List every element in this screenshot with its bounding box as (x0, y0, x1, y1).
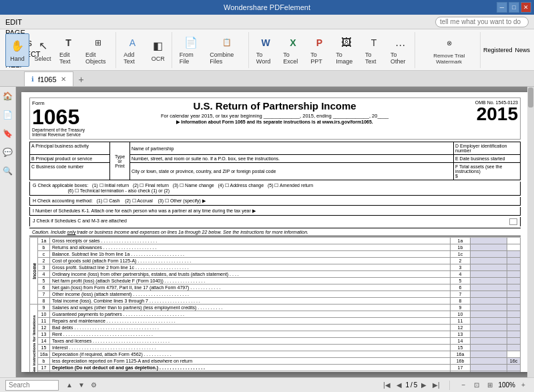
tab-f1065[interactable]: ℹ f1065 ✕ (24, 71, 73, 86)
line-6-ref: 6 (451, 284, 471, 291)
line-17-input[interactable] (507, 365, 521, 371)
to-other-button[interactable]: … To Other (387, 33, 413, 67)
tab-close-button[interactable]: ✕ (61, 75, 66, 83)
close-button[interactable]: ✕ (521, 2, 531, 13)
minimize-button[interactable]: ─ (497, 2, 507, 13)
line-1a-num: 1a (38, 238, 50, 244)
line-7-input[interactable] (507, 291, 521, 298)
J-label: J Check if Schedules C and M-3 are attac… (33, 218, 127, 225)
line-18-input[interactable] (507, 371, 521, 373)
line-10-num: 10 (38, 311, 50, 318)
check-J: J Check if Schedules C and M-3 are attac… (29, 217, 521, 226)
maximize-button[interactable]: □ (509, 2, 519, 13)
to-ppt-button[interactable]: P To PPT (307, 33, 331, 67)
line-14-ref: 14 (451, 338, 471, 345)
line-8-label: Total income (loss). Combine lines 3 thr… (50, 298, 451, 305)
select-icon: ↖ (35, 38, 51, 54)
hand-tool-button[interactable]: ✋ Hand (5, 33, 29, 67)
menu-search-input[interactable] (435, 17, 529, 27)
line-1a-input[interactable] (471, 238, 507, 244)
field-number-street: Number, street, and room or suite no. If… (130, 155, 454, 163)
line-4-input[interactable] (507, 271, 521, 278)
line-16a-input[interactable] (471, 351, 507, 358)
line-1c-input[interactable] (507, 251, 521, 258)
check-I: I Number of Schedules K-1. Attach one fo… (29, 207, 521, 216)
type-or-print: TypeorPrint (110, 142, 130, 180)
last-page-button[interactable]: ▶| (431, 380, 441, 391)
window-controls: ─ □ ✕ (497, 2, 531, 13)
tab-bar: ◁ 🏠 ℹ f1065 ✕ + (0, 71, 534, 87)
sidebar-home-icon[interactable]: 🏠 (1, 89, 15, 103)
edit-objects-button[interactable]: ⊞ Edit Objects (82, 33, 114, 67)
line-3-input[interactable] (507, 264, 521, 271)
line-11-label: Repairs and maintenance . . . . . . . . … (50, 318, 451, 325)
line-14-input[interactable] (507, 338, 521, 345)
line-5-input[interactable] (507, 278, 521, 284)
line-16c-ref: 16c (507, 358, 521, 365)
edit-text-icon: T (61, 35, 77, 50)
line-6-input[interactable] (507, 284, 521, 291)
to-image-button[interactable]: 🖼 To Image (332, 33, 360, 67)
fit-page-button[interactable]: ⊡ (471, 380, 482, 391)
edit-text-label: Edit Text (59, 51, 77, 65)
line-4-shaded (471, 271, 507, 278)
to-word-button[interactable]: W To Word (253, 33, 278, 67)
page-navigation: |◀ ◀ 1 / 5 ▶ ▶| (382, 380, 442, 391)
line-11-input[interactable] (507, 318, 521, 325)
prev-page-button[interactable]: ◀ (394, 380, 405, 391)
form-number-block: Form 1065 Department of the Treasury Int… (32, 100, 85, 137)
excel-icon: X (285, 35, 301, 50)
zoom-in-button[interactable]: + (518, 380, 529, 391)
sidebar-pages-icon[interactable]: 📄 (1, 108, 15, 122)
line-13-input[interactable] (507, 331, 521, 338)
line-1a-ref: 1a (451, 238, 471, 244)
sidebar-search-icon[interactable]: 🔍 (1, 164, 15, 178)
line-15-label: Interest . . . . . . . . . . . . . . . .… (50, 345, 451, 351)
to-other-icon: … (392, 35, 409, 50)
irs-label: Internal Revenue Service (32, 132, 85, 137)
left-sidebar: 🏠 📄 🔖 💬 🔍 (0, 87, 16, 377)
sidebar-comments-icon[interactable]: 💬 (1, 146, 15, 159)
search-down-button[interactable]: ▼ (76, 380, 87, 391)
line-16b-input[interactable] (471, 358, 507, 365)
to-excel-button[interactable]: X To Excel (280, 33, 306, 67)
fit-width-button[interactable]: ⊞ (485, 380, 495, 391)
line-16b-label: less depreciation reported on Form 1125-… (50, 358, 451, 365)
field-C: C Business code number (30, 163, 110, 180)
sidebar-bookmarks-icon[interactable]: 🔖 (1, 127, 15, 140)
next-page-button[interactable]: ▶ (419, 380, 429, 391)
vertical-scrollbar[interactable] (527, 87, 534, 377)
add-tab-button[interactable]: + (73, 73, 89, 86)
from-file-button[interactable]: 📄 From File (176, 33, 205, 67)
to-text-button[interactable]: T To Text (362, 33, 386, 67)
line-12-label: Bad debts . . . . . . . . . . . . . . . … (50, 325, 451, 331)
search-up-button[interactable]: ▲ (64, 380, 75, 391)
menu-item-edit[interactable]: EDIT (0, 17, 49, 27)
line-6-num: 6 (38, 284, 50, 291)
line-1b-input[interactable] (471, 244, 507, 251)
line-12-input[interactable] (507, 325, 521, 331)
line-4-label: Ordinary income (loss) from other partne… (50, 271, 451, 278)
select-tool-button[interactable]: ↖ Select (31, 33, 55, 67)
line-9-input[interactable] (507, 305, 521, 311)
first-page-button[interactable]: |◀ (382, 380, 392, 391)
line-15-shaded (471, 345, 507, 351)
status-search-input[interactable] (5, 380, 59, 391)
line-10-input[interactable] (507, 311, 521, 318)
to-text-label: To Text (365, 51, 382, 65)
hand-tool-label: Hand (10, 55, 25, 62)
ocr-button[interactable]: ◧ OCR (146, 33, 170, 67)
edit-text-button[interactable]: T Edit Text (56, 33, 81, 67)
line-15-input[interactable] (507, 345, 521, 351)
line-2-input[interactable] (507, 258, 521, 264)
add-text-button[interactable]: A Add Text (120, 33, 145, 67)
zoom-out-button[interactable]: − (458, 380, 469, 391)
date-business-label: E Date business started (455, 156, 519, 161)
line-8-input[interactable] (507, 298, 521, 305)
search-options-button[interactable]: ⚙ (88, 380, 99, 391)
remove-watermark-button[interactable]: ⊗ Remove Trial Watermark (419, 33, 479, 67)
file-tools-group: 📄 From File 📋 Combine Files (175, 32, 249, 68)
form-fields-table: A Principal business activity TypeorPrin… (29, 142, 521, 180)
scrollbar-thumb[interactable] (528, 87, 533, 108)
combine-files-button[interactable]: 📋 Combine Files (206, 33, 247, 67)
